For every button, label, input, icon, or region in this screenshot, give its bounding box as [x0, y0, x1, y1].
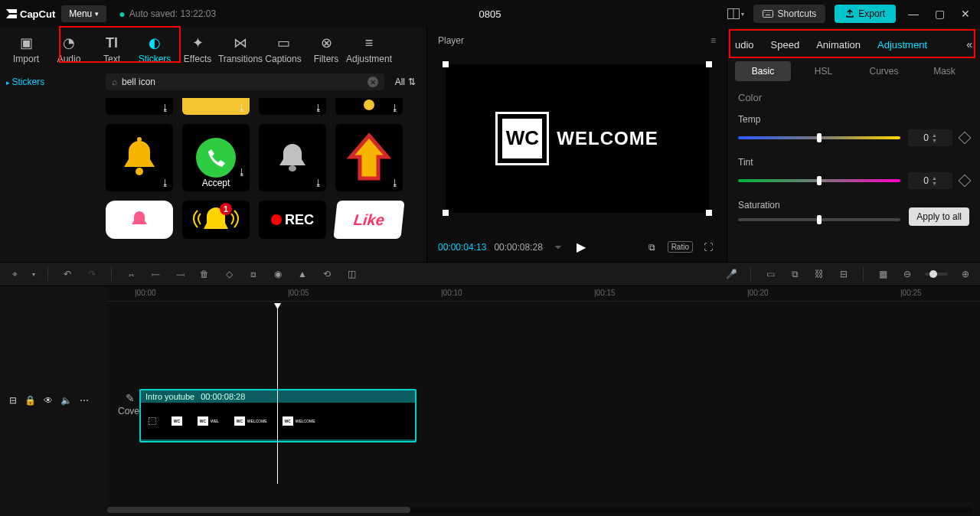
- marker-button[interactable]: ◇: [222, 269, 236, 279]
- slider-thumb[interactable]: [817, 176, 822, 185]
- sticker-item[interactable]: ⭳: [335, 98, 403, 115]
- magnet-button[interactable]: ▭: [763, 269, 777, 279]
- timeline-ruler[interactable]: |00:00 |00:05 |00:10 |00:15 |00:20 |00:2…: [107, 286, 980, 302]
- subtab-hsl[interactable]: HSL: [795, 61, 851, 81]
- keyframe-button[interactable]: [959, 175, 972, 188]
- toggle-track-button[interactable]: ⊟: [9, 395, 17, 406]
- sticker-rec[interactable]: REC: [259, 201, 326, 239]
- selection-handle[interactable]: [706, 210, 712, 216]
- layout-button[interactable]: ▾: [727, 8, 744, 19]
- snapshot-button[interactable]: ⧉: [645, 242, 660, 253]
- slider-thumb[interactable]: [817, 133, 822, 142]
- maximize-button[interactable]: ▢: [931, 8, 948, 20]
- tint-value[interactable]: 0▲▼: [908, 172, 952, 189]
- lock-track-button[interactable]: 🔒: [24, 395, 36, 406]
- search-input[interactable]: [122, 77, 363, 87]
- sidebar-item-stickers[interactable]: Stickers: [6, 77, 93, 87]
- timeline-scrollbar[interactable]: [107, 507, 972, 513]
- download-icon[interactable]: ⭳: [237, 167, 247, 178]
- tab-import[interactable]: ▣Import: [5, 31, 47, 69]
- download-icon[interactable]: ⭳: [390, 178, 400, 188]
- sticker-like[interactable]: Like: [333, 201, 404, 239]
- download-icon[interactable]: ⭳: [314, 178, 323, 188]
- subtab-curves[interactable]: Curves: [856, 61, 912, 81]
- selection-handle[interactable]: [706, 61, 712, 67]
- subtab-mask[interactable]: Mask: [916, 61, 972, 81]
- selection-handle[interactable]: [443, 210, 449, 216]
- crop-button[interactable]: ◫: [345, 269, 358, 279]
- saturation-slider[interactable]: [738, 218, 900, 221]
- collapse-button[interactable]: «: [966, 38, 972, 51]
- tab-animation[interactable]: Animation: [816, 39, 861, 51]
- sticker-silver-bell[interactable]: ⭳: [259, 124, 326, 191]
- split-button[interactable]: ⟗: [124, 269, 138, 279]
- tab-text[interactable]: TIText: [90, 31, 133, 69]
- mirror-button[interactable]: ▲: [296, 269, 309, 279]
- mute-button[interactable]: 🔈: [60, 395, 72, 406]
- apply-to-all-button[interactable]: Apply to all: [909, 207, 969, 226]
- redo-button[interactable]: ↷: [85, 269, 99, 279]
- tint-slider[interactable]: [738, 179, 900, 182]
- eye-button[interactable]: 👁: [44, 395, 53, 406]
- search-box[interactable]: ⌕ ✕: [106, 73, 384, 90]
- subtab-basic[interactable]: Basic: [735, 61, 791, 81]
- temp-slider[interactable]: [738, 136, 900, 139]
- align-button[interactable]: ⊟: [837, 269, 851, 279]
- temp-value[interactable]: 0▲▼: [908, 129, 952, 146]
- crop-tool[interactable]: ⧈: [247, 269, 260, 279]
- delete-left-button[interactable]: ⟝: [149, 269, 162, 279]
- sticker-bell-pink[interactable]: [106, 201, 173, 239]
- tab-audio[interactable]: ◔Audio: [47, 31, 90, 69]
- tab-adjustment[interactable]: ≡Adjustment: [348, 31, 390, 69]
- keyframe-button[interactable]: [959, 132, 972, 145]
- fullscreen-button[interactable]: ⛶: [701, 242, 716, 253]
- speed-button[interactable]: ◉: [271, 269, 285, 279]
- delete-button[interactable]: 🗑: [198, 269, 211, 279]
- chain-button[interactable]: ⛓: [812, 269, 826, 279]
- tab-filters[interactable]: ⊗Filters: [305, 31, 348, 69]
- download-icon[interactable]: ⭳: [390, 103, 400, 113]
- play-button[interactable]: ▶: [577, 240, 586, 254]
- more-button[interactable]: ⋯: [80, 395, 89, 406]
- all-filter-button[interactable]: All ⇅: [390, 77, 420, 87]
- tab-effects[interactable]: ✦Effects: [176, 31, 219, 69]
- tab-speed[interactable]: Speed: [771, 39, 800, 51]
- tab-transitions[interactable]: ⋈Transitions: [219, 31, 262, 69]
- zoom-out-button[interactable]: ⊖: [900, 269, 914, 279]
- playhead[interactable]: [277, 305, 278, 484]
- zoom-slider[interactable]: [925, 273, 948, 276]
- ratio-button[interactable]: Ratio: [668, 241, 693, 253]
- clear-search-button[interactable]: ✕: [368, 77, 378, 87]
- download-icon[interactable]: ⭳: [161, 103, 170, 113]
- tab-adjustment[interactable]: Adjustment: [877, 39, 927, 51]
- close-button[interactable]: ✕: [957, 8, 974, 20]
- stepper-icon[interactable]: ▲▼: [932, 175, 937, 186]
- download-icon[interactable]: ⭳: [161, 178, 170, 188]
- shortcuts-button[interactable]: Shortcuts: [753, 5, 826, 23]
- preview-cut-button[interactable]: ▦: [876, 269, 890, 279]
- export-button[interactable]: Export: [835, 5, 896, 23]
- sticker-arrow-up[interactable]: ⭳: [335, 124, 403, 191]
- mic-button[interactable]: 🎤: [724, 269, 738, 279]
- tab-stickers[interactable]: ◐Stickers: [133, 31, 176, 69]
- player-menu-button[interactable]: ≡: [710, 35, 716, 46]
- rotate-button[interactable]: ⟲: [320, 269, 334, 279]
- scrollbar-thumb[interactable]: [107, 507, 410, 513]
- slider-thumb[interactable]: [817, 215, 822, 224]
- sticker-item[interactable]: ⭳: [259, 98, 326, 115]
- sticker-bell-yellow[interactable]: ⭳: [106, 124, 173, 191]
- menu-button[interactable]: Menu ▾: [61, 5, 106, 22]
- minimize-button[interactable]: —: [905, 8, 922, 20]
- selection-tool[interactable]: ⌖: [8, 269, 21, 279]
- download-icon[interactable]: ⭳: [314, 103, 323, 113]
- player-stage[interactable]: WC WELCOME: [446, 64, 709, 213]
- zoom-in-button[interactable]: ⊕: [959, 269, 972, 279]
- sticker-item[interactable]: ⭳: [106, 98, 173, 115]
- tab-audio[interactable]: udio: [735, 39, 754, 51]
- stepper-icon[interactable]: ▲▼: [932, 132, 937, 143]
- timeline-tracks[interactable]: |00:00 |00:05 |00:10 |00:15 |00:20 |00:2…: [107, 286, 980, 516]
- tab-captions[interactable]: ▭Captions: [262, 31, 305, 69]
- sticker-item[interactable]: ⭳: [182, 98, 250, 115]
- undo-button[interactable]: ↶: [60, 269, 74, 279]
- delete-right-button[interactable]: ⟞: [173, 269, 187, 279]
